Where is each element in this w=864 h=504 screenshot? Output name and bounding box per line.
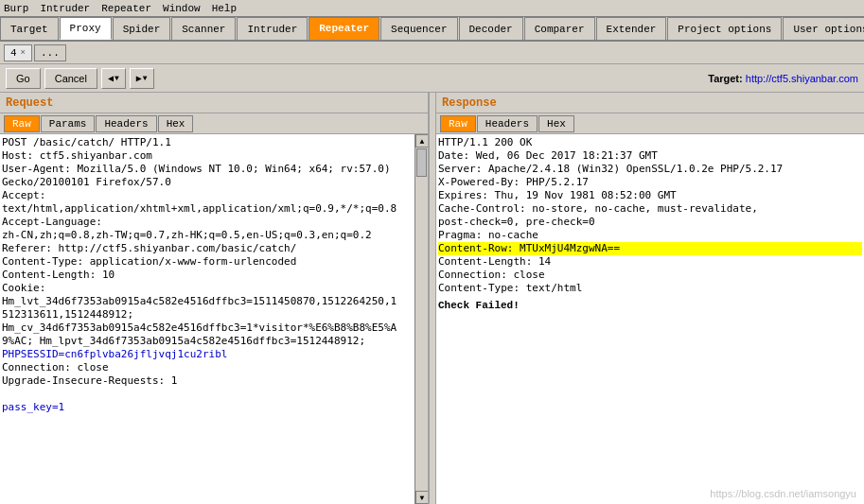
cancel-button[interactable]: Cancel	[44, 68, 97, 89]
sub-tab-bar: 4 × ...	[0, 42, 864, 64]
response-tabs: Raw Headers Hex	[436, 113, 864, 134]
response-tab-raw[interactable]: Raw	[440, 115, 476, 132]
request-scrollbar[interactable]: ▲ ▼	[414, 134, 428, 504]
tab-project-options[interactable]: Project options	[667, 17, 782, 40]
request-tabs: Raw Params Headers Hex	[0, 113, 428, 134]
request-content[interactable]: POST /basic/catch/ HTTP/1.1 Host: ctf5.s…	[0, 134, 414, 504]
tab-comparer[interactable]: Comparer	[524, 17, 595, 40]
check-failed-label: Check Failed!	[438, 299, 862, 312]
nav-forward-button[interactable]: ▶ ▼	[130, 68, 154, 89]
scroll-thumb[interactable]	[416, 148, 427, 177]
tab-repeater[interactable]: Repeater	[309, 17, 379, 40]
main-tab-bar: Target Proxy Spider Scanner Intruder Rep…	[0, 17, 864, 42]
sub-tab-4-label: 4	[10, 47, 17, 59]
nav-back-button[interactable]: ◀ ▼	[101, 68, 126, 89]
tab-user-options[interactable]: User options	[783, 17, 864, 40]
request-tab-params[interactable]: Params	[41, 115, 96, 132]
request-body: POST /basic/catch/ HTTP/1.1 Host: ctf5.s…	[2, 136, 413, 414]
highlighted-content-row: Content-Row: MTUxMjU4MzgwNA==	[438, 242, 862, 255]
panel-divider[interactable]	[429, 93, 436, 504]
scroll-empty	[415, 178, 428, 491]
menu-window[interactable]: Window	[163, 3, 201, 14]
close-tab-icon[interactable]: ×	[21, 48, 26, 58]
passkey-line: pass_key=1	[2, 401, 64, 413]
toolbar: Go Cancel ◀ ▼ ▶ ▼ Target: http://ctf5.sh…	[0, 64, 864, 93]
response-content[interactable]: HTTP/1.1 200 OK Date: Wed, 06 Dec 2017 1…	[436, 134, 864, 504]
back-icon: ◀	[108, 73, 114, 84]
response-after: Content-Length: 14 Connection: close Con…	[438, 255, 582, 294]
menu-repeater[interactable]: Repeater	[101, 3, 151, 14]
tab-spider[interactable]: Spider	[113, 17, 171, 40]
request-tab-raw[interactable]: Raw	[4, 115, 40, 132]
sub-tab-4[interactable]: 4 ×	[4, 44, 32, 61]
back-dropdown-icon: ▼	[115, 74, 119, 82]
forward-dropdown-icon: ▼	[143, 74, 148, 82]
target-label: Target:	[708, 73, 742, 84]
tab-target[interactable]: Target	[0, 17, 59, 40]
tab-scanner[interactable]: Scanner	[171, 17, 236, 40]
request-panel: Request Raw Params Headers Hex POST /bas…	[0, 93, 429, 504]
request-tab-hex[interactable]: Hex	[158, 115, 194, 132]
response-panel: Response Raw Headers Hex HTTP/1.1 200 OK…	[436, 93, 864, 504]
response-tab-hex[interactable]: Hex	[538, 115, 574, 132]
tab-extender[interactable]: Extender	[596, 17, 667, 40]
watermark: https://blog.csdn.net/iamsongyu	[710, 487, 856, 500]
phpsessid-line: PHPSESSID=cn6fplvba26jfljvqj1cu2ribl	[2, 348, 227, 360]
tab-sequencer[interactable]: Sequencer	[380, 17, 457, 40]
target-display: Target: http://ctf5.shiyanbar.com	[708, 73, 858, 84]
response-header: Response	[436, 93, 864, 113]
request-tab-headers[interactable]: Headers	[96, 115, 156, 132]
response-body: HTTP/1.1 200 OK Date: Wed, 06 Dec 2017 1…	[438, 136, 862, 295]
request-scroll-area: POST /basic/catch/ HTTP/1.1 Host: ctf5.s…	[0, 134, 428, 504]
menu-burp[interactable]: Burp	[4, 3, 28, 14]
scroll-up-btn[interactable]: ▲	[415, 134, 428, 148]
tab-intruder[interactable]: Intruder	[237, 17, 308, 40]
scroll-down-btn[interactable]: ▼	[415, 491, 428, 504]
forward-icon: ▶	[136, 73, 142, 84]
response-before: HTTP/1.1 200 OK Date: Wed, 06 Dec 2017 1…	[438, 136, 783, 241]
tab-decoder[interactable]: Decoder	[459, 17, 523, 40]
tab-proxy[interactable]: Proxy	[60, 17, 112, 40]
menu-bar: Burp Intruder Repeater Window Help	[0, 0, 864, 17]
target-url[interactable]: http://ctf5.shiyanbar.com	[746, 73, 858, 84]
main-content: Request Raw Params Headers Hex POST /bas…	[0, 93, 864, 504]
go-button[interactable]: Go	[6, 68, 41, 89]
menu-intruder[interactable]: Intruder	[40, 3, 90, 14]
response-tab-headers[interactable]: Headers	[477, 115, 538, 132]
request-header: Request	[0, 93, 428, 113]
menu-help[interactable]: Help	[212, 3, 237, 14]
more-tabs-button[interactable]: ...	[34, 44, 66, 61]
